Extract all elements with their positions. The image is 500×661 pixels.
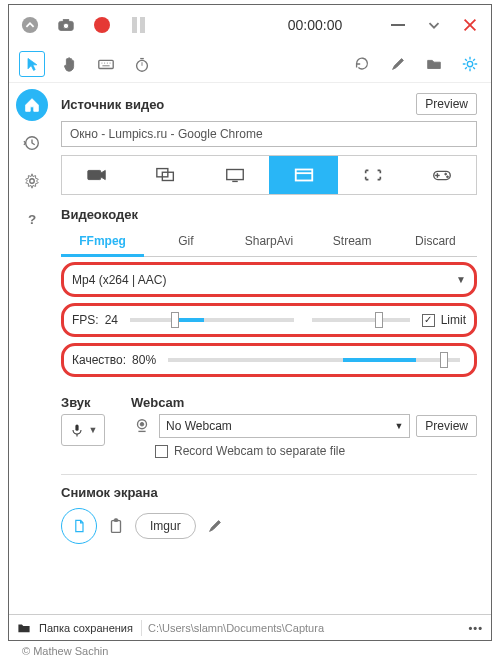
- fps-highlight: FPS: 24 ✓ Limit: [61, 303, 477, 337]
- svg-rect-34: [114, 519, 118, 522]
- webcam-preview-button[interactable]: Preview: [416, 415, 477, 437]
- svg-rect-29: [75, 424, 78, 430]
- limit-checkbox[interactable]: ✓: [422, 314, 435, 327]
- stopwatch-tool[interactable]: [131, 53, 153, 75]
- folder-label: Папка сохранения: [39, 622, 133, 634]
- capture-type-group: [61, 155, 477, 195]
- svg-text:?: ?: [28, 212, 36, 227]
- chevron-down-icon: ▼: [89, 425, 98, 435]
- capture-screens[interactable]: [131, 156, 200, 194]
- svg-rect-20: [226, 170, 243, 180]
- pause-button[interactable]: [127, 14, 149, 36]
- screenshot-clipboard-button[interactable]: [105, 515, 127, 537]
- svg-point-2: [63, 23, 68, 28]
- fps-label: FPS:: [72, 313, 99, 327]
- capture-region[interactable]: [338, 156, 407, 194]
- side-panel: ?: [9, 83, 55, 614]
- tab-discard[interactable]: Discard: [394, 228, 477, 256]
- minimize-button[interactable]: [387, 14, 409, 36]
- capture-camera[interactable]: [62, 156, 131, 194]
- fps-value: 24: [105, 313, 118, 327]
- webcam-separate-label: Record Webcam to separate file: [174, 444, 345, 458]
- webcam-value: No Webcam: [166, 419, 232, 433]
- quality-value: 80%: [132, 353, 156, 367]
- svg-rect-33: [112, 521, 121, 533]
- tab-ffmpeg[interactable]: FFmpeg: [61, 228, 144, 257]
- sidebar-settings[interactable]: [16, 165, 48, 197]
- svg-point-32: [140, 422, 144, 426]
- expand-button[interactable]: [423, 14, 445, 36]
- chevron-down-icon: ▼: [394, 421, 403, 431]
- source-title: Источник видео: [61, 97, 164, 112]
- keyboard-tool[interactable]: [95, 53, 117, 75]
- webcam-select[interactable]: No Webcam ▼: [159, 414, 410, 438]
- screenshot-edit-button[interactable]: [204, 515, 226, 537]
- save-path[interactable]: C:\Users\slamn\Documents\Captura: [141, 620, 461, 636]
- sidebar-history[interactable]: [16, 127, 48, 159]
- hand-tool[interactable]: [59, 53, 81, 75]
- sidebar-home[interactable]: [16, 89, 48, 121]
- webcam-separate-checkbox[interactable]: [155, 445, 168, 458]
- tab-sharpavi[interactable]: SharpAvi: [227, 228, 310, 256]
- more-button[interactable]: •••: [468, 622, 483, 634]
- close-button[interactable]: [459, 14, 481, 36]
- screenshot-file-button[interactable]: [61, 508, 97, 544]
- preview-button[interactable]: Preview: [416, 93, 477, 115]
- folder-icon: [17, 622, 31, 634]
- capture-screen[interactable]: [200, 156, 269, 194]
- codec-title: Видеокодек: [61, 207, 477, 222]
- imgur-button[interactable]: Imgur: [135, 513, 196, 539]
- svg-point-26: [446, 176, 448, 178]
- svg-rect-17: [87, 170, 100, 179]
- refresh-button[interactable]: [351, 53, 373, 75]
- timer-display: 00:00:00: [288, 17, 343, 33]
- tool-toolbar: [9, 45, 491, 83]
- capture-game[interactable]: [407, 156, 476, 194]
- settings-button[interactable]: [459, 53, 481, 75]
- collapse-button[interactable]: [19, 14, 41, 36]
- svg-point-25: [444, 173, 446, 175]
- svg-point-10: [137, 60, 148, 71]
- fps-slider[interactable]: [130, 318, 294, 322]
- format-highlight: Mp4 (x264 | AAC) ▼: [61, 262, 477, 297]
- record-button[interactable]: [91, 14, 113, 36]
- screenshot-title: Снимок экрана: [61, 485, 477, 500]
- webcam-icon: [131, 415, 153, 437]
- cursor-tool[interactable]: [19, 51, 45, 77]
- folder-button[interactable]: [423, 53, 445, 75]
- webcam-title: Webcam: [131, 395, 477, 410]
- copyright: © Mathew Sachin: [8, 641, 492, 657]
- svg-rect-4: [99, 60, 113, 68]
- svg-rect-3: [63, 20, 68, 23]
- fps-slider-2[interactable]: [312, 318, 410, 322]
- sound-title: Звук: [61, 395, 121, 410]
- top-toolbar: 00:00:00: [9, 5, 491, 45]
- sidebar-help[interactable]: ?: [16, 203, 48, 235]
- camera-icon[interactable]: [55, 14, 77, 36]
- mic-button[interactable]: ▼: [61, 414, 105, 446]
- tab-gif[interactable]: Gif: [144, 228, 227, 256]
- chevron-down-icon: ▼: [456, 274, 466, 285]
- source-select[interactable]: Окно - Lumpics.ru - Google Chrome: [61, 121, 477, 147]
- quality-highlight: Качество: 80%: [61, 343, 477, 377]
- format-select[interactable]: Mp4 (x264 | AAC) ▼: [72, 273, 466, 287]
- tab-stream[interactable]: Stream: [311, 228, 394, 256]
- format-value: Mp4 (x264 | AAC): [72, 273, 167, 287]
- svg-point-13: [467, 61, 472, 66]
- svg-point-15: [30, 179, 35, 184]
- limit-label: Limit: [441, 313, 466, 327]
- codec-tabs: FFmpeg Gif SharpAvi Stream Discard: [61, 228, 477, 257]
- quality-slider[interactable]: [168, 358, 460, 362]
- svg-point-0: [22, 17, 38, 33]
- capture-window[interactable]: [269, 156, 338, 194]
- brush-tool[interactable]: [387, 53, 409, 75]
- statusbar: Папка сохранения C:\Users\slamn\Document…: [9, 614, 491, 640]
- quality-label: Качество:: [72, 353, 126, 367]
- svg-rect-22: [295, 170, 312, 181]
